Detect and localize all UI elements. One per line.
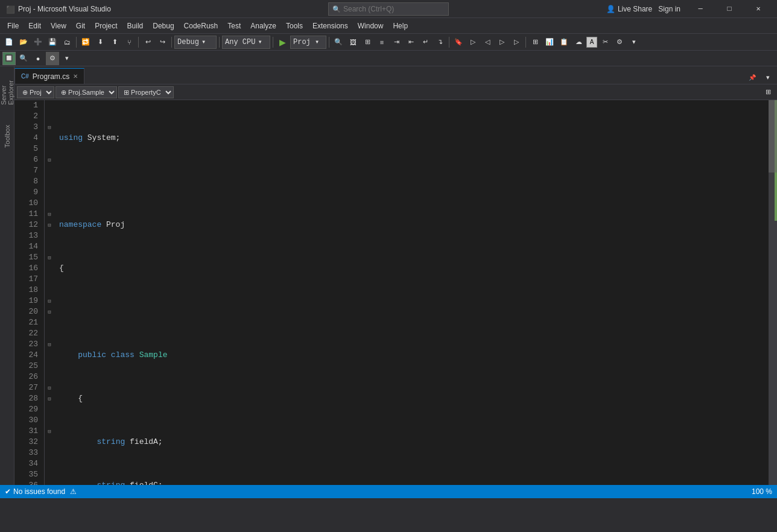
server-explorer-tab[interactable]: Server Explorer (1, 69, 13, 105)
sep2 (138, 37, 139, 48)
tab-program-cs[interactable]: C# Program.cs ✕ (14, 68, 84, 84)
project-dropdown[interactable]: Proj ▾ (290, 36, 326, 49)
open-btn[interactable]: 📂 (17, 36, 30, 49)
menu-extensions[interactable]: Extensions (308, 18, 353, 33)
menu-git[interactable]: Git (71, 18, 90, 33)
menu-analyze[interactable]: Analyze (246, 18, 281, 33)
bp2-btn[interactable]: ▷ (495, 36, 509, 49)
redo-btn[interactable]: ↪ (156, 36, 169, 49)
class-selector[interactable]: ⊕ Proj.Sample (56, 86, 117, 98)
save-btn[interactable]: 💾 (46, 36, 59, 49)
zoom-level[interactable]: 100 % (752, 487, 772, 496)
new-project-btn[interactable]: 📄 (2, 36, 16, 49)
refactor-btn[interactable]: ✂ (598, 36, 612, 49)
menu-help[interactable]: Help (388, 18, 413, 33)
img-btn[interactable]: 🖼 (346, 36, 360, 49)
diag-btn[interactable]: 📋 (557, 36, 571, 49)
indent-btn[interactable]: ⇥ (390, 36, 403, 49)
fold-propA[interactable]: ⊟ (45, 209, 54, 220)
menu-file[interactable]: File (2, 18, 24, 33)
bp-btn[interactable]: ◁ (481, 36, 494, 49)
wrap-btn[interactable]: ↵ (419, 36, 432, 49)
live-share-button[interactable]: 👤 Live Share (606, 5, 652, 13)
grid-btn[interactable]: ⊞ (361, 36, 374, 49)
sign-in-button[interactable]: Sign in (658, 5, 680, 13)
fold-propC-set[interactable]: ⊟ (45, 339, 54, 350)
fold-propC[interactable]: ⊟ (45, 296, 54, 306)
code-content[interactable]: using System; namespace Proj { public cl… (54, 100, 769, 485)
outdent-btn[interactable]: ⇤ (404, 36, 417, 49)
wrap2-btn[interactable]: ↴ (433, 36, 446, 49)
run-btn[interactable]: ▶ (276, 36, 289, 49)
menu-edit[interactable]: Edit (24, 18, 46, 33)
toolbox-tab[interactable]: Toolbox (1, 118, 13, 154)
status-bar-left: ✔ No issues found ⚠ (5, 487, 77, 496)
fold-propB-get[interactable]: ⊟ (45, 393, 54, 404)
settings-btn[interactable]: ⚙ (613, 36, 626, 49)
tb2-btn3[interactable]: ● (31, 52, 45, 65)
scope-selector[interactable]: ⊕ Proj (17, 86, 54, 98)
menu-view[interactable]: View (46, 18, 71, 33)
tb2-btn4[interactable]: ⚙ (46, 52, 59, 65)
toolbar2: 🔲 🔍 ● ⚙ ▾ (0, 51, 777, 66)
right-scrollbar[interactable] (769, 100, 777, 485)
tab-bar: C# Program.cs ✕ 📌 ▾ (14, 66, 777, 84)
az-btn[interactable]: ☁ (572, 36, 585, 49)
menu-build[interactable]: Build (122, 18, 148, 33)
fold-ns[interactable]: ⊟ (45, 122, 54, 133)
menu-debug[interactable]: Debug (148, 18, 179, 33)
tab-list-btn[interactable]: ▾ (761, 71, 775, 84)
bp3-btn[interactable]: ▷ (510, 36, 523, 49)
fold-propB-set[interactable]: ⊟ (45, 426, 54, 437)
sql-btn[interactable]: 📊 (543, 36, 556, 49)
titlebar: ⬛ Proj - Microsoft Visual Studio 🔍 👤 Liv… (0, 0, 777, 18)
search-toolbar-btn[interactable]: 🔍 (332, 36, 345, 49)
nav-expand-btn[interactable]: ⊞ (761, 86, 775, 99)
bookmark2-btn[interactable]: ▷ (466, 36, 480, 49)
tb2-btn2[interactable]: 🔍 (17, 52, 30, 65)
tb2-btn5[interactable]: ▾ (60, 52, 74, 65)
error-list-icon[interactable]: ⚠ (70, 487, 77, 496)
undo-btn[interactable]: ↩ (141, 36, 154, 49)
code-line-9: string fieldC; (59, 480, 764, 485)
fold-propA-set[interactable]: ⊟ (45, 252, 54, 263)
menu-window[interactable]: Window (353, 18, 388, 33)
source-ctrl-btn[interactable]: 🔁 (79, 36, 92, 49)
menu-coderush[interactable]: CodeRush (179, 18, 223, 33)
font-btn[interactable]: A (586, 37, 597, 48)
pull-btn[interactable]: ⬇ (94, 36, 107, 49)
perf-btn[interactable]: ⊞ (528, 36, 542, 49)
close-button[interactable]: ✕ (744, 0, 772, 18)
fold-3[interactable] (45, 100, 54, 111)
code-editor[interactable]: 1 2 3 4 5 6 7 8 9 10 11 12 13 14 15 16 1… (14, 100, 777, 485)
format-btn[interactable]: ≡ (375, 36, 388, 49)
debug-config-dropdown[interactable]: Debug ▾ (174, 36, 217, 49)
bookmark-btn[interactable]: 🔖 (452, 36, 465, 49)
menubar: File Edit View Git Project Build Debug C… (0, 18, 777, 34)
chevron-down-icon2: ▾ (258, 37, 262, 46)
sep7 (449, 37, 449, 48)
minimize-button[interactable]: ─ (687, 0, 714, 18)
fold-propB[interactable]: ⊟ (45, 382, 54, 393)
push-btn[interactable]: ⬆ (108, 36, 121, 49)
menu-test[interactable]: Test (223, 18, 246, 33)
tb2-btn1[interactable]: 🔲 (2, 52, 16, 65)
fold-propC-get[interactable]: ⊟ (45, 306, 54, 317)
search-input[interactable] (343, 5, 428, 13)
tab-close-icon[interactable]: ✕ (73, 73, 78, 80)
menu-project[interactable]: Project (90, 18, 122, 33)
cpu-config-dropdown[interactable]: Any CPU ▾ (222, 36, 270, 49)
member-selector[interactable]: ⊞ PropertyC (118, 86, 174, 98)
save-all-btn[interactable]: 🗂 (60, 36, 74, 49)
git-btn[interactable]: ⑂ (122, 36, 136, 49)
menu-tools[interactable]: Tools (281, 18, 308, 33)
svg-text:⬛: ⬛ (6, 5, 14, 14)
restore-button[interactable]: □ (715, 0, 743, 18)
add-btn[interactable]: ➕ (31, 36, 45, 49)
search-box[interactable]: 🔍 (328, 2, 449, 16)
settings2-btn[interactable]: ▾ (627, 36, 641, 49)
fold-class[interactable]: ⊟ (45, 154, 54, 165)
code-line-4: { (59, 263, 764, 274)
fold-propA-get[interactable]: ⊟ (45, 220, 54, 230)
pin-tab-btn[interactable]: 📌 (746, 71, 759, 84)
